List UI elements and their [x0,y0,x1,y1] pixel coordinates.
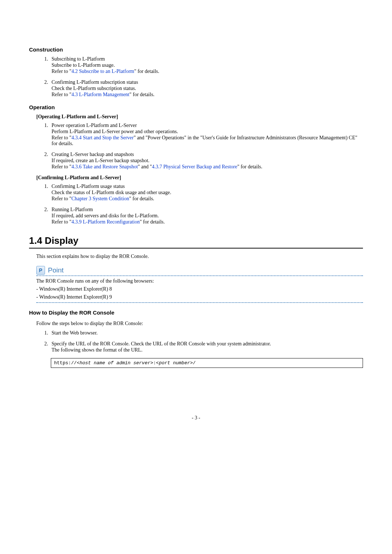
refer-pre: Refer to " [52,135,72,140]
browser-list: Windows(R) Internet Explorer(R) 8 Window… [36,286,363,300]
xref-link[interactable]: Chapter 3 System Condition [72,196,129,201]
list-item: Start the Web browser. [49,330,363,336]
operation-heading: Operation [29,104,363,110]
item-body: If required, create an L-Server backup s… [52,158,363,164]
item-refer: Refer to "4.3.9 L-Platform Reconfigurati… [52,219,363,225]
code-suffix: >/ [190,360,196,366]
item-title: Subscribing to L-Platform [52,56,363,62]
list-item: Running L-Platform If required, add serv… [49,207,363,225]
list-item: Windows(R) Internet Explorer(R) 8 [36,286,363,292]
refer-post: " for details. [237,164,262,169]
list-item: Specify the URL of the ROR Console. Chec… [49,341,363,353]
section-intro: This section explains how to display the… [36,254,363,259]
howto-intro: Follow the steps below to display the RO… [36,321,363,327]
xref-link[interactable]: 4.2 Subscribe to an L-Platform [72,69,134,74]
construction-heading: Construction [29,46,363,53]
item-refer: Refer to "Chapter 3 System Condition" fo… [52,196,363,202]
item-title: Confirming L-Platform subscription statu… [52,79,363,85]
refer-post: " for details. [130,92,155,97]
list-item: Power operation L-Platform and L-Server … [49,123,363,147]
item-body: Perform L-Platform and L-Server power an… [52,129,363,135]
list-item: Creating L-Server backup and snapshots I… [49,152,363,170]
code-host: host name of admin server [79,360,150,366]
code-prefix: https://< [54,360,79,366]
item-body: Check the status of L-Platform disk usag… [52,190,363,196]
refer-pre: Refer to " [52,92,72,97]
item-title: Specify the URL of the ROR Console. Chec… [52,341,363,347]
xref-link[interactable]: 4.3 L-Platform Management [72,92,130,97]
item-title: Power operation L-Platform and L-Server [52,123,363,128]
point-icon: P [36,266,45,275]
item-refer: Refer to "4.3.6 Take and Restore Snapsho… [52,164,363,170]
item-body: If required, add servers and disks for t… [52,213,363,219]
refer-mid: " and " [138,164,152,169]
page-number: - 3 - [29,415,363,421]
confirming-list: Confirming L-Platform usage status Check… [43,184,363,225]
item-refer: Refer to "4.3.4 Start and Stop the Serve… [52,135,363,147]
point-header: P Point [36,266,363,275]
refer-post: " for details. [140,219,165,225]
item-refer: Refer to "4.2 Subscribe to an L-Platform… [52,69,363,74]
point-block: P Point The ROR Console runs on any of t… [29,266,363,303]
xref-link[interactable]: 4.3.7 Physical Server Backup and Restore [152,164,237,169]
item-body: Check the L-Platform subscription status… [52,86,363,91]
item-title: Start the Web browser. [52,330,363,336]
list-item: Confirming L-Platform subscription statu… [49,79,363,98]
point-label: Point [48,266,64,274]
howto-steps: Start the Web browser. Specify the URL o… [43,330,363,353]
list-item: Windows(R) Internet Explorer(R) 9 [36,294,363,300]
xref-link[interactable]: 4.3.6 Take and Restore Snapshot [72,164,138,169]
dotted-divider [36,302,363,303]
construction-list: Subscribing to L-Platform Subscribe to L… [43,56,363,98]
point-text: The ROR Console runs on any of the follo… [36,278,363,284]
operating-list: Power operation L-Platform and L-Server … [43,123,363,170]
refer-pre: Refer to " [52,196,72,201]
section-title: 1.4 Display [29,235,363,249]
operating-subheading: [Operating L-Platform and L-Server] [36,114,363,120]
list-item: Confirming L-Platform usage status Check… [49,184,363,202]
xref-link[interactable]: 4.3.4 Start and Stop the Server [72,135,134,140]
item-title: Running L-Platform [52,207,363,213]
item-refer: Refer to "4.3 L-Platform Management" for… [52,92,363,98]
refer-pre: Refer to " [52,69,72,74]
refer-pre: Refer to " [52,164,72,169]
item-title: Confirming L-Platform usage status [52,184,363,189]
refer-post: " for details. [134,69,159,74]
confirming-subheading: [Confirming L-Platform and L-Server] [36,175,363,181]
xref-link[interactable]: 4.3.9 L-Platform Reconfiguration [72,219,140,225]
url-format-code: https://<host name of admin server>:<por… [51,358,363,368]
code-mid: >:< [150,360,159,366]
refer-post: " for details. [129,196,154,201]
item-body: Subscribe to L-Platform usage. [52,62,363,68]
dotted-divider [36,275,363,276]
refer-pre: Refer to " [52,219,72,225]
list-item: Subscribing to L-Platform Subscribe to L… [49,56,363,74]
item-body: The following shows the format of the UR… [52,347,363,353]
item-title: Creating L-Server backup and snapshots [52,152,363,157]
code-port: port number [159,360,190,366]
howto-heading: How to Display the ROR Console [29,309,363,316]
